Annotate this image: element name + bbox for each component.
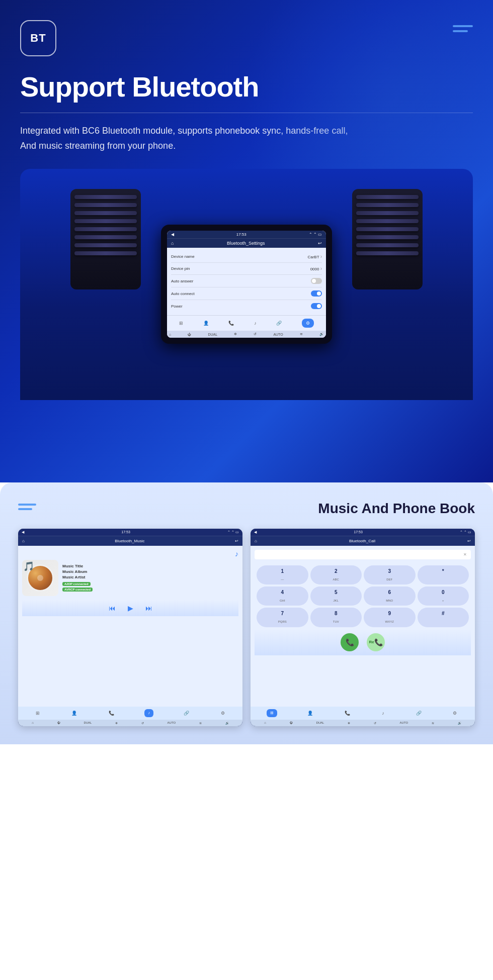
call-music-icon[interactable]: ♪	[380, 709, 386, 717]
dial-4[interactable]: 4GHI	[257, 586, 308, 606]
hero-header: BT	[20, 20, 473, 56]
auto-answer-toggle[interactable]	[311, 278, 322, 284]
album-art: 🎵	[22, 560, 58, 596]
call-link-icon[interactable]: 🔗	[415, 709, 423, 717]
m-home[interactable]: ⌂	[32, 721, 34, 725]
device-pin-row[interactable]: Device pin 0000 ›	[171, 263, 322, 275]
prev-button[interactable]: ⏮	[109, 604, 116, 612]
dial-1[interactable]: 1—	[257, 565, 308, 584]
call-button[interactable]: 📞	[341, 633, 359, 651]
call-back-arrow[interactable]: ◀	[254, 530, 257, 534]
m-vol[interactable]: 🔊	[225, 721, 229, 725]
call-back-icon[interactable]: ↩	[467, 539, 471, 543]
music-time: 17:53	[121, 530, 130, 534]
dial-star[interactable]: *	[418, 565, 469, 584]
call-grid-icon-active[interactable]: ⊞	[267, 709, 277, 717]
back-icon[interactable]: ↩	[318, 241, 322, 246]
call-status-icons: ⌃ ⌃ ▭	[460, 530, 471, 534]
music-note-nav[interactable]: ♪	[144, 709, 153, 717]
vol-ctrl[interactable]: 🔊	[319, 332, 324, 336]
bt-logo: BT	[20, 20, 56, 56]
m-power[interactable]: ⏻	[57, 721, 60, 725]
loop-ctrl[interactable]: ↺	[254, 332, 257, 336]
music-note-icon: ♪	[22, 550, 238, 558]
c-snow[interactable]: ❄	[348, 721, 350, 725]
bottom-panel: Music And Phone Book ◀ 17:53 ⌃ ⌃ ▭ ⌂ Blu…	[0, 482, 493, 744]
c-auto: AUTO	[400, 721, 408, 725]
phone-nav-icon[interactable]: 📞	[228, 321, 234, 326]
dial-2[interactable]: 2ABC	[310, 565, 362, 584]
dial-8[interactable]: 8TUV	[310, 608, 362, 627]
screen-time: 17:53	[236, 232, 247, 237]
redial-button[interactable]: Re📞	[367, 633, 385, 651]
track-album: Music Album	[62, 569, 94, 574]
link-nav-icon[interactable]: 🔗	[276, 321, 282, 326]
m-loop[interactable]: ↺	[141, 721, 144, 725]
dial-5[interactable]: 5JKL	[310, 586, 362, 606]
music-nav-header: ⌂ Bluetooth_Music ↩	[18, 536, 242, 546]
play-button[interactable]: ▶	[128, 604, 133, 612]
screen-inner: ◀ 17:53 ⌃ ⌃ ▭ ⌂ Bluetooth_Settings ↩	[167, 231, 326, 338]
badges-row: A2DP connected AVRCP connected	[62, 580, 94, 592]
dial-6[interactable]: 6MNO	[364, 586, 416, 606]
call-clear-icon[interactable]: ✕	[463, 552, 467, 557]
c-loop[interactable]: ↺	[374, 721, 376, 725]
music-back-icon[interactable]: ↩	[235, 539, 238, 543]
m-snow[interactable]: ❄	[115, 721, 118, 725]
back-arrow[interactable]: ◀	[171, 232, 174, 237]
vent-left	[70, 189, 141, 289]
dial-hash[interactable]: #	[418, 608, 469, 627]
call-input-row: ✕	[255, 550, 471, 559]
music-control-bar: ⌂ ⏻ DUAL ❄ ↺ AUTO ≋ 🔊	[18, 720, 242, 726]
fan-ctrl[interactable]: ≋	[300, 332, 303, 336]
auto-connect-row[interactable]: Auto connect	[171, 287, 322, 300]
grid-nav-icon[interactable]: ⊞	[179, 321, 183, 326]
auto-connect-toggle[interactable]	[311, 290, 322, 297]
dial-9[interactable]: 9WXYZ	[364, 608, 416, 627]
power-toggle[interactable]	[311, 303, 322, 309]
hero-section: BT Support Bluetooth Integrated with BC6…	[0, 0, 493, 482]
menu-icon[interactable]	[453, 25, 473, 32]
power-row[interactable]: Power	[171, 300, 322, 312]
call-phone-icon[interactable]: 📞	[343, 709, 352, 717]
music-status-icons: ⌃ ⌃ ▭	[227, 530, 239, 534]
auto-answer-label: Auto answer	[171, 279, 193, 283]
power-ctrl[interactable]: ⏻	[188, 333, 191, 336]
hero-divider	[20, 113, 473, 113]
device-name-row[interactable]: Device name CarBT ›	[171, 251, 322, 263]
auto-connect-label: Auto connect	[171, 291, 195, 296]
music-back-arrow[interactable]: ◀	[22, 530, 24, 534]
home-ctrl[interactable]: ⌂	[169, 333, 171, 336]
music-home-icon[interactable]: ⌂	[22, 539, 25, 543]
dial-7[interactable]: 7PQRS	[257, 608, 308, 627]
m-fan[interactable]: ≋	[199, 721, 202, 725]
c-vol[interactable]: 🔊	[458, 721, 461, 725]
page-title: Bluetooth_Settings	[227, 241, 265, 246]
call-screen: ◀ 17:53 ⌃ ⌃ ▭ ⌂ Bluetooth_Call ↩ ✕ 1— 2A…	[251, 529, 475, 726]
c-power[interactable]: ⏻	[290, 721, 293, 725]
music-link-icon[interactable]: 🔗	[182, 709, 191, 717]
call-home-icon[interactable]: ⌂	[255, 539, 257, 543]
panel-menu-icon[interactable]	[18, 504, 36, 510]
c-fan[interactable]: ≋	[432, 721, 434, 725]
person-nav-icon[interactable]: 👤	[203, 321, 209, 326]
music-person-icon[interactable]: 👤	[70, 709, 78, 717]
snowflake-ctrl[interactable]: ❄	[234, 332, 237, 336]
car-mockup: ◀ 17:53 ⌃ ⌃ ▭ ⌂ Bluetooth_Settings ↩	[20, 169, 473, 400]
music-settings-icon[interactable]: ⚙	[219, 709, 226, 717]
next-button[interactable]: ⏭	[145, 604, 152, 612]
settings-nav-icon-active[interactable]: ⚙	[302, 319, 314, 328]
dial-0[interactable]: 0+	[418, 586, 469, 606]
music-phone-icon[interactable]: 📞	[107, 709, 116, 717]
music-grid-icon[interactable]: ⊞	[34, 709, 41, 717]
car-background: ◀ 17:53 ⌃ ⌃ ▭ ⌂ Bluetooth_Settings ↩	[20, 169, 473, 400]
call-settings-icon[interactable]: ⚙	[451, 709, 458, 717]
call-person-icon[interactable]: 👤	[306, 709, 314, 717]
home-icon[interactable]: ⌂	[171, 241, 174, 246]
auto-answer-row[interactable]: Auto answer	[171, 275, 322, 287]
device-pin-value: 0000 ›	[310, 266, 322, 271]
music-nav-icon[interactable]: ♪	[254, 321, 257, 326]
dial-3[interactable]: 3DEF	[364, 565, 416, 584]
panel-title: Music And Phone Book	[318, 501, 475, 517]
c-home[interactable]: ⌂	[264, 721, 266, 725]
